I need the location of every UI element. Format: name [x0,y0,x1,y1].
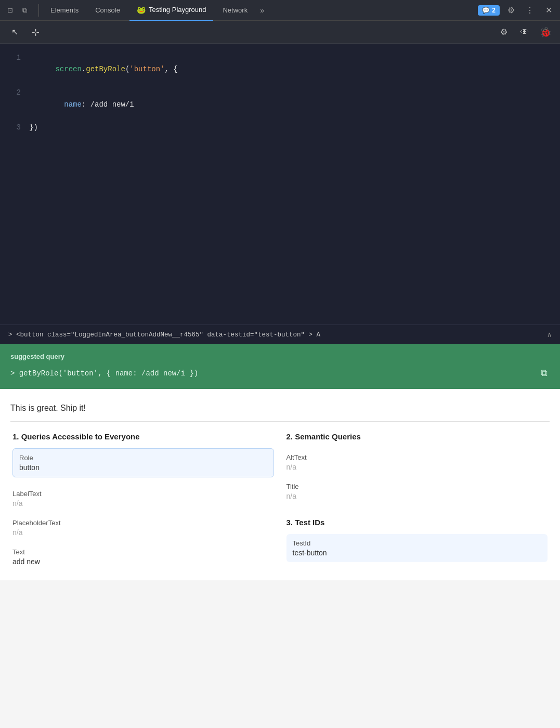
labeltext-value: n/a [12,499,274,508]
section2-heading: 2. Semantic Queries [286,432,548,441]
more-icon: ⋮ [526,5,534,15]
code-content-1: screen.getByRole('button', { [29,52,178,87]
tab-testing-playground[interactable]: 🐸 Testing Playground [129,0,214,21]
more-button[interactable]: ⋮ [523,3,537,18]
suggested-query-code: > getByRole('button', { name: /add new/i… [10,369,198,378]
placeholdertext-label: PlaceholderText [12,519,274,527]
tab-console[interactable]: Console [88,0,127,21]
testid-label: TestId [293,539,542,547]
text-value: add new [12,557,274,566]
testing-playground-icon: 🐸 [137,6,146,14]
debug-button[interactable]: 🐞 [537,24,554,41]
testid-card[interactable]: TestId test-button [286,534,548,562]
cursor-icon: ↖ [11,27,18,37]
settings-button[interactable]: ⚙ [504,3,518,18]
labeltext-label: LabelText [12,490,274,498]
tab-elements[interactable]: Elements [43,0,86,21]
tab-network-label: Network [223,6,248,14]
separator-1 [38,4,39,17]
code-screen: screen [55,65,81,73]
suggested-query-content: > getByRole('button', { name: /add new/i… [10,366,550,381]
tab-console-label: Console [95,6,120,14]
section-divider [10,421,550,422]
placeholdertext-item: PlaceholderText n/a [12,514,274,542]
toolbar-settings-icon: ⚙ [500,27,507,37]
suggested-query-label: suggested query [10,353,550,360]
text-label: Text [12,548,274,556]
window-icon-1[interactable]: ⊡ [4,5,16,16]
line-number-1: 1 [8,52,21,63]
close-icon: ✕ [545,5,552,15]
toolbar-settings-button[interactable]: ⚙ [496,24,512,41]
role-label: Role [19,454,267,462]
title-label: Title [286,483,548,490]
eye-icon: 👁 [520,28,529,37]
placeholdertext-value: n/a [12,528,274,537]
code-button-string: 'button' [129,65,164,73]
topbar-actions: 💬 2 ⚙ ⋮ ✕ [478,3,556,18]
code-name-key: name [55,100,81,109]
preview-button[interactable]: 👁 [516,24,533,41]
line-number-2: 2 [8,87,21,98]
text-item: Text add new [12,543,274,571]
tab-elements-label: Elements [50,6,79,14]
expand-icon[interactable]: ∧ [548,330,552,339]
code-editor[interactable]: 1 screen.getByRole('button', { 2 name: /… [0,44,560,324]
code-line-2: 2 name: /add new/i [0,87,560,122]
result-bar: > <button class="LoggedInArea_buttonAddN… [0,324,560,344]
pick-element-button[interactable]: ⊹ [27,24,44,41]
line-number-3: 3 [8,122,21,133]
code-line-3: 3 }) [0,122,560,133]
section1-heading: 1. Queries Accessible to Everyone [12,432,274,441]
code-line-1: 1 screen.getByRole('button', { [0,52,560,87]
window-icon-2[interactable]: ⧉ [19,5,30,16]
section2-3: 2. Semantic Queries AltText n/a Title n/… [286,432,548,572]
badge-count: 2 [492,7,496,14]
pick-icon: ⊹ [32,27,40,38]
cursor-tool-button[interactable]: ↖ [6,24,23,41]
labeltext-item: LabelText n/a [12,485,274,513]
role-card[interactable]: Role button [12,448,274,477]
role-value: button [19,463,267,472]
result-text: > <button class="LoggedInArea_buttonAddN… [8,331,320,339]
code-getbyrole: getByRole [86,65,125,73]
alttext-value: n/a [286,463,548,471]
code-content-3: }) [29,122,38,133]
more-tabs-button[interactable]: » [257,6,267,15]
suggested-query-box: suggested query > getByRole('button', { … [0,344,560,389]
section3-heading: 3. Test IDs [286,518,548,527]
devtools-topbar: ⊡ ⧉ Elements Console 🐸 Testing Playgroun… [0,0,560,21]
close-button[interactable]: ✕ [541,3,556,18]
title-item: Title n/a [286,477,548,505]
praise-text: This is great. Ship it! [10,404,550,413]
copy-query-button[interactable]: ⧉ [539,366,550,381]
alttext-item: AltText n/a [286,448,548,476]
tab-testing-playground-label: Testing Playground [149,6,206,14]
bug-icon: 🐞 [540,27,551,38]
testid-value: test-button [293,549,542,557]
settings-icon: ⚙ [507,5,515,15]
toolbar-right-actions: ⚙ 👁 🐞 [496,24,554,41]
notification-badge[interactable]: 💬 2 [478,5,500,16]
section1: 1. Queries Accessible to Everyone Role b… [12,432,274,572]
main-content: This is great. Ship it! 1. Queries Acces… [0,389,560,580]
query-grid: 1. Queries Accessible to Everyone Role b… [10,432,550,572]
alttext-label: AltText [286,453,548,461]
title-value: n/a [286,492,548,500]
chat-icon: 💬 [482,7,490,14]
code-content-2: name: /add new/i [29,87,134,122]
window-controls: ⊡ ⧉ [4,5,30,16]
tab-network[interactable]: Network [215,0,255,21]
devtools-toolbar: ↖ ⊹ ⚙ 👁 🐞 [0,21,560,44]
